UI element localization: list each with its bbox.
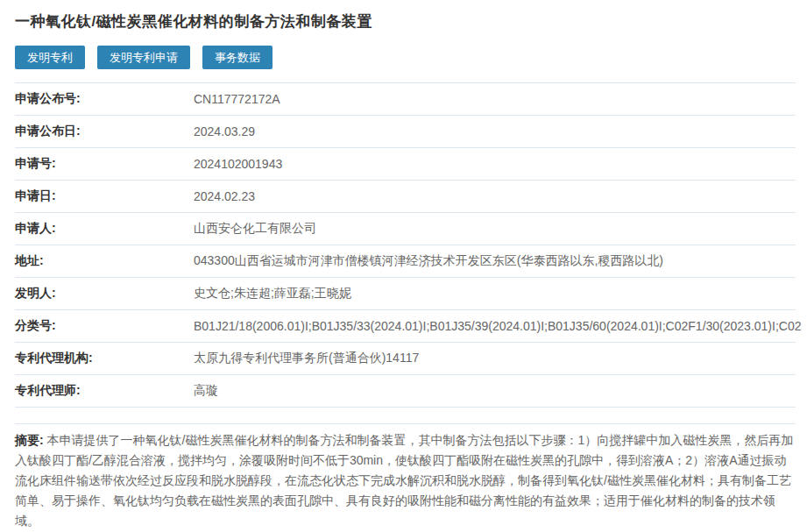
row-publication-date: 申请公布日: 2024.03.29 <box>15 116 796 148</box>
row-application-date: 申请日: 2024.02.23 <box>15 181 796 213</box>
field-label: 专利代理机构: <box>15 351 194 366</box>
field-value: 043300山西省运城市河津市僧楼镇河津经济技术开发区东区(华泰西路以东,稷西路… <box>194 253 663 269</box>
patent-tag-buttons: 发明专利 发明专利申请 事务数据 <box>15 46 796 69</box>
abstract-text: 本申请提供了一种氧化钛/磁性炭黑催化材料的制备方法和制备装置，其中制备方法包括以… <box>15 433 793 528</box>
field-value: B01J21/18(2006.01)I;B01J35/33(2024.01)I;… <box>194 319 802 333</box>
field-label: 申请公布日: <box>15 124 194 139</box>
tag-transaction-data[interactable]: 事务数据 <box>202 46 273 69</box>
field-label: 专利代理师: <box>15 383 194 399</box>
field-label: 地址: <box>15 253 194 269</box>
row-application-number: 申请号: 2024102001943 <box>15 148 796 181</box>
tag-invention-patent[interactable]: 发明专利 <box>15 46 85 69</box>
field-label: 发明人: <box>15 286 194 301</box>
field-value: 史文仓;朱连超;薛亚磊;王晓妮 <box>194 286 351 301</box>
page-title: 一种氧化钛/磁性炭黑催化材料的制备方法和制备装置 <box>15 0 796 32</box>
row-applicant: 申请人: 山西安仑化工有限公司 <box>15 213 796 245</box>
field-value: 高璇 <box>194 383 218 399</box>
row-publication-number: 申请公布号: CN117772172A <box>15 83 796 116</box>
row-patent-agency: 专利代理机构: 太原九得专利代理事务所(普通合伙)14117 <box>15 343 796 375</box>
field-label: 申请日: <box>15 188 194 204</box>
tag-invention-patent-application[interactable]: 发明专利申请 <box>97 46 190 69</box>
row-inventors: 发明人: 史文仓;朱连超;薛亚磊;王晓妮 <box>15 278 796 310</box>
patent-info-table: 申请公布号: CN117772172A 申请公布日: 2024.03.29 申请… <box>15 82 796 408</box>
patent-detail-page: 一种氧化钛/磁性炭黑催化材料的制备方法和制备装置 发明专利 发明专利申请 事务数… <box>0 0 796 532</box>
field-value: 2024102001943 <box>194 157 282 171</box>
field-value: 太原九得专利代理事务所(普通合伙)14117 <box>194 351 419 366</box>
field-value: CN117772172A <box>194 92 280 106</box>
row-address: 地址: 043300山西省运城市河津市僧楼镇河津经济技术开发区东区(华泰西路以东… <box>15 245 796 278</box>
field-label: 申请号: <box>15 156 194 172</box>
abstract-section: 摘要: 本申请提供了一种氧化钛/磁性炭黑催化材料的制备方法和制备装置，其中制备方… <box>15 423 796 531</box>
field-label: 申请人: <box>15 221 194 237</box>
field-label: 分类号: <box>15 318 194 334</box>
row-classification: 分类号: B01J21/18(2006.01)I;B01J35/33(2024.… <box>15 310 796 343</box>
field-value: 2024.03.29 <box>194 124 255 138</box>
field-label: 申请公布号: <box>15 91 194 107</box>
abstract-label: 摘要: <box>15 433 44 447</box>
field-value: 山西安仑化工有限公司 <box>194 221 316 237</box>
field-value: 2024.02.23 <box>194 189 255 203</box>
row-patent-agent: 专利代理师: 高璇 <box>15 375 796 408</box>
